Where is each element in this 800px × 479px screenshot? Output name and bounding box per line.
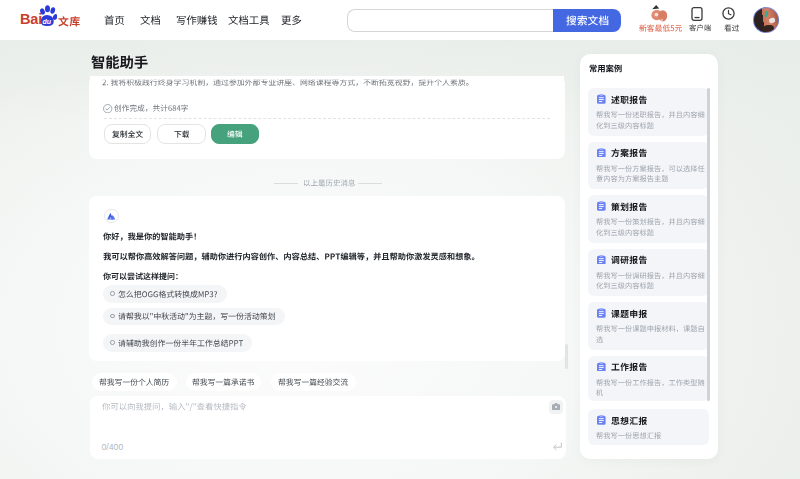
svg-text:du: du: [43, 18, 52, 25]
